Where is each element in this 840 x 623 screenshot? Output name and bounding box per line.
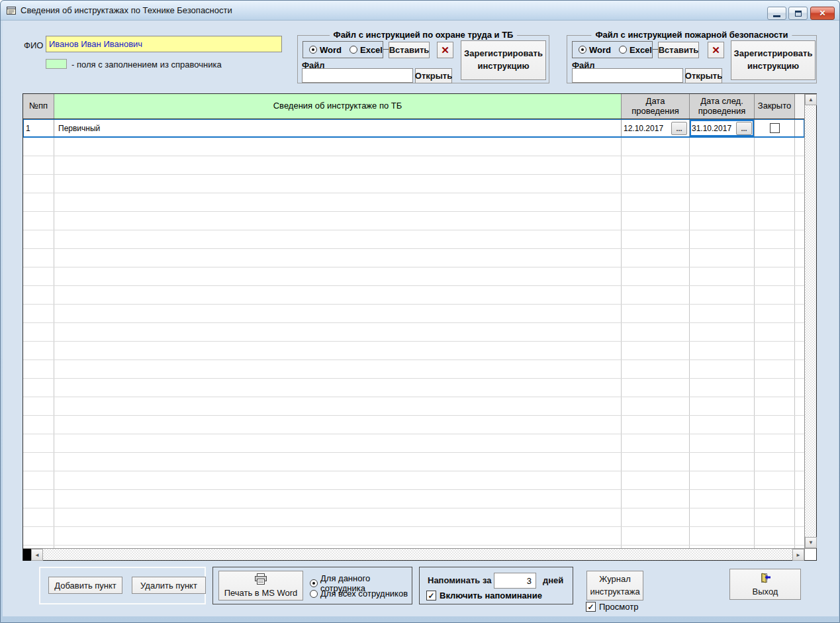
radio-dot-icon [310, 579, 318, 587]
scroll-left-button[interactable]: ◄ [31, 549, 43, 561]
maximize-button[interactable] [788, 7, 808, 20]
print-panel: Печать в MS Word Для данного сотрудника … [212, 567, 412, 604]
table-row-empty[interactable] [23, 397, 804, 416]
table-row-empty[interactable] [23, 508, 804, 527]
divider-line [653, 49, 658, 50]
cell-info[interactable]: Первичный [54, 120, 622, 136]
cell-filler [795, 120, 804, 136]
fire-radio-excel[interactable]: Excel [619, 45, 652, 55]
table-row-empty[interactable] [23, 360, 804, 379]
ellipsis-icon: ... [741, 124, 747, 132]
titlebar[interactable]: Сведения об инструктажах по Технике Безо… [1, 1, 839, 21]
labor-radio-word-label: Word [320, 45, 342, 55]
close-icon: ✕ [819, 9, 825, 18]
minimize-icon [773, 15, 780, 17]
horizontal-scroll-track[interactable] [43, 549, 792, 560]
table-row-empty[interactable] [23, 212, 804, 230]
vertical-scrollbar[interactable]: ▲ ▼ [804, 94, 816, 548]
table-row-empty[interactable] [23, 267, 804, 286]
table-row-empty[interactable] [23, 193, 804, 212]
labor-radio-excel[interactable]: Excel [350, 45, 383, 55]
horizontal-scrollbar[interactable]: ◄ ► [23, 548, 804, 560]
table-row-empty[interactable] [23, 175, 804, 193]
printer-icon [254, 573, 268, 587]
table-row-empty[interactable] [23, 305, 804, 323]
fire-clear-button[interactable]: ✕ [708, 42, 724, 58]
radio-dot-icon [579, 46, 586, 54]
date-picker-button[interactable]: ... [671, 122, 687, 135]
table-row-empty[interactable] [23, 527, 804, 546]
labor-safety-title: Файл с инструкцией по охране труда и ТБ [330, 30, 518, 40]
briefing-table: №пп Сведения об инструктаже по ТБ Дата п… [23, 93, 817, 561]
table-row-empty[interactable] [23, 453, 804, 471]
labor-safety-groupbox: Файл с инструкцией по охране труда и ТБ … [297, 35, 549, 83]
reminder-panel: Напоминать за дней ✓ Включить напоминани… [419, 567, 573, 604]
arrow-left-icon: ◄ [34, 552, 40, 558]
fire-register-button[interactable]: Зарегистрировать инструкцию [731, 40, 816, 80]
fire-file-input[interactable] [572, 68, 683, 83]
remind-days-input[interactable] [494, 573, 536, 589]
labor-clear-button[interactable]: ✕ [437, 42, 453, 58]
cell-closed[interactable] [755, 120, 795, 136]
radio-dot-icon [619, 46, 627, 54]
print-word-button[interactable]: Печать в MS Word [218, 571, 303, 600]
fio-label: ФИО [24, 40, 43, 50]
labor-filetype-radiobox: Word Excel [303, 41, 383, 58]
scroll-right-button[interactable]: ► [792, 549, 804, 561]
arrow-up-icon: ▲ [808, 97, 814, 103]
fire-filetype-radiobox: Word Excel [572, 41, 653, 58]
table-row-empty[interactable] [23, 156, 804, 175]
radio-dot-icon [309, 46, 317, 54]
scroll-down-button[interactable]: ▼ [805, 537, 817, 548]
fire-insert-button[interactable]: Вставить [658, 42, 699, 58]
days-label: дней [543, 575, 563, 585]
table-row-empty[interactable] [23, 230, 804, 249]
table-row-empty[interactable] [23, 323, 804, 342]
fire-open-button[interactable]: Открыть [685, 68, 722, 83]
fio-input[interactable] [46, 36, 282, 52]
radio-dot-icon [310, 590, 318, 598]
closed-checkbox[interactable] [770, 123, 780, 133]
cell-next-date[interactable]: 31.10.2017 ... [690, 120, 755, 136]
remind-label: Напоминать за [428, 575, 491, 585]
arrow-down-icon: ▼ [808, 540, 814, 546]
preview-checkbox-row[interactable]: ✓ Просмотр [586, 602, 638, 612]
window-title: Сведения об инструктажах по Технике Безо… [21, 5, 232, 15]
table-row-empty[interactable] [23, 342, 804, 360]
table-row-selected: 1 Первичный 12.10.2017 ... 31.10.2017 ..… [23, 119, 804, 138]
labor-file-input[interactable] [302, 68, 413, 83]
delete-item-button[interactable]: Удалить пункт [132, 577, 206, 594]
table-row-empty[interactable] [23, 379, 804, 397]
check-icon: ✓ [587, 603, 594, 611]
cell-date[interactable]: 12.10.2017 ... [622, 120, 690, 136]
enable-reminder-checkbox-row[interactable]: ✓ Включить напоминание [426, 591, 542, 600]
labor-register-button[interactable]: Зарегистрировать инструкцию [461, 40, 546, 80]
table-row-empty[interactable] [23, 471, 804, 490]
journal-button[interactable]: Журнал инструктажа [586, 571, 643, 600]
add-item-button[interactable]: Добавить пункт [48, 577, 122, 594]
next-date-picker-button[interactable]: ... [736, 122, 752, 135]
scroll-up-button[interactable]: ▲ [805, 94, 817, 105]
table-row-empty[interactable] [23, 416, 804, 434]
preview-checkbox[interactable]: ✓ [586, 602, 596, 612]
fire-radio-word[interactable]: Word [579, 45, 611, 55]
window-icon [6, 5, 17, 19]
print-word-label: Печать в MS Word [224, 588, 298, 598]
cell-num[interactable]: 1 [24, 120, 54, 136]
minimize-button[interactable] [767, 7, 786, 20]
table-row-empty[interactable] [23, 249, 804, 267]
enable-reminder-checkbox[interactable]: ✓ [426, 591, 436, 600]
table-row-empty[interactable] [23, 286, 804, 305]
labor-insert-button[interactable]: Вставить [389, 42, 430, 58]
table-row-empty[interactable] [23, 490, 804, 508]
labor-radio-excel-label: Excel [360, 45, 383, 55]
labor-open-button[interactable]: Открыть [415, 68, 452, 83]
radio-all-employees[interactable]: Для всех сотрудников [310, 589, 408, 599]
close-button[interactable]: ✕ [810, 7, 835, 20]
table-row-empty[interactable] [23, 138, 804, 156]
labor-radio-word[interactable]: Word [309, 45, 342, 55]
vertical-scroll-track[interactable] [805, 105, 816, 537]
exit-button[interactable]: Выход [729, 569, 801, 600]
table-row-empty[interactable] [23, 434, 804, 453]
header-num: №пп [23, 94, 54, 119]
